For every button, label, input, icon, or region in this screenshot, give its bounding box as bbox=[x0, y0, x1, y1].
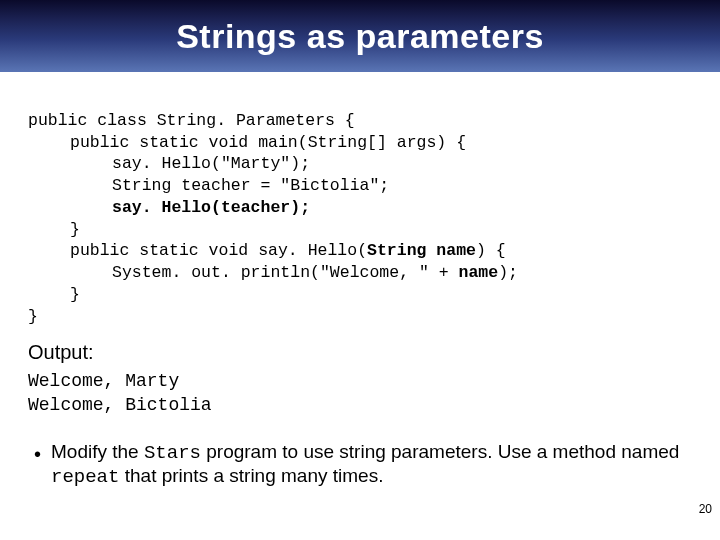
code-line: public static void say. Hello(String nam… bbox=[28, 241, 506, 260]
bullet-dot-icon: • bbox=[34, 441, 41, 465]
code-line: say. Hello("Marty"); bbox=[28, 154, 310, 173]
code-line: String teacher = "Bictolia"; bbox=[28, 176, 389, 195]
code-line: } bbox=[28, 307, 38, 326]
code-line: public class String. Parameters { bbox=[28, 111, 355, 130]
slide-content: public class String. Parameters { public… bbox=[0, 72, 720, 489]
output-line: Welcome, Bictolia bbox=[28, 395, 212, 415]
output-line: Welcome, Marty bbox=[28, 371, 179, 391]
code-line: } bbox=[28, 220, 80, 239]
code-block: public class String. Parameters { public… bbox=[28, 88, 692, 327]
page-number: 20 bbox=[699, 502, 712, 516]
slide-header: Strings as parameters bbox=[0, 0, 720, 72]
code-line: public static void main(String[] args) { bbox=[28, 133, 466, 152]
bullet-item: • Modify the Stars program to use string… bbox=[28, 441, 692, 489]
output-block: Welcome, Marty Welcome, Bictolia bbox=[28, 370, 692, 417]
bullet-text: Modify the Stars program to use string p… bbox=[51, 441, 692, 489]
code-line: say. Hello(teacher); bbox=[28, 198, 310, 217]
code-line: System. out. println("Welcome, " + name)… bbox=[28, 263, 518, 282]
output-label: Output: bbox=[28, 341, 692, 364]
code-line: } bbox=[28, 285, 80, 304]
slide-title: Strings as parameters bbox=[176, 17, 544, 56]
